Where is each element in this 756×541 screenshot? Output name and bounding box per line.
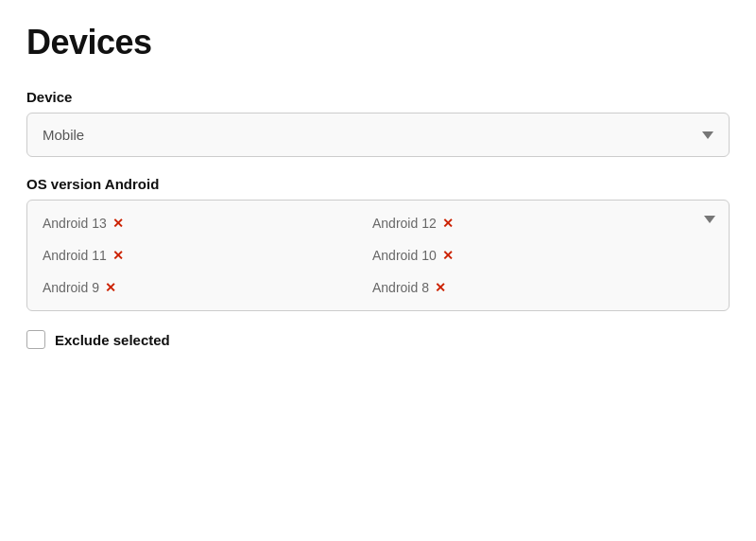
page-title: Devices: [26, 23, 730, 62]
device-select-value: Mobile: [43, 127, 84, 143]
os-multiselect-chevron-icon: [704, 216, 715, 223]
os-multiselect[interactable]: Android 13 ✕ Android 12 ✕ Android 11 ✕ A…: [26, 200, 730, 311]
tag-android9: Android 9 ✕: [39, 274, 361, 301]
tag-android12-text: Android 12: [372, 216, 437, 231]
exclude-row: Exclude selected: [26, 330, 730, 349]
tag-android10-remove[interactable]: ✕: [442, 249, 454, 262]
tag-android11: Android 11 ✕: [39, 242, 361, 269]
tag-android13-remove[interactable]: ✕: [112, 217, 124, 230]
tag-android13-text: Android 13: [43, 216, 107, 231]
os-tags-grid: Android 13 ✕ Android 12 ✕ Android 11 ✕ A…: [39, 210, 691, 301]
device-field-group: Device Mobile: [26, 89, 730, 157]
tag-android12-remove[interactable]: ✕: [442, 217, 454, 230]
tag-android11-text: Android 11: [43, 248, 107, 263]
tag-android10-text: Android 10: [372, 248, 437, 263]
exclude-checkbox[interactable]: [26, 330, 45, 349]
tag-android8-remove[interactable]: ✕: [435, 281, 446, 294]
os-label: OS version Android: [26, 176, 730, 192]
tag-android8-text: Android 8: [372, 280, 429, 295]
tag-android11-remove[interactable]: ✕: [112, 249, 124, 262]
device-select[interactable]: Mobile: [26, 113, 730, 157]
exclude-label: Exclude selected: [55, 332, 170, 348]
tag-android13: Android 13 ✕: [39, 210, 361, 236]
tag-android8: Android 8 ✕: [369, 274, 691, 301]
device-label: Device: [26, 89, 730, 105]
tag-android9-remove[interactable]: ✕: [105, 281, 116, 294]
device-select-chevron-icon: [702, 131, 713, 139]
tag-android10: Android 10 ✕: [369, 242, 691, 269]
tag-android9-text: Android 9: [43, 280, 99, 295]
tag-android12: Android 12 ✕: [369, 210, 691, 236]
os-field-group: OS version Android Android 13 ✕ Android …: [26, 176, 730, 311]
